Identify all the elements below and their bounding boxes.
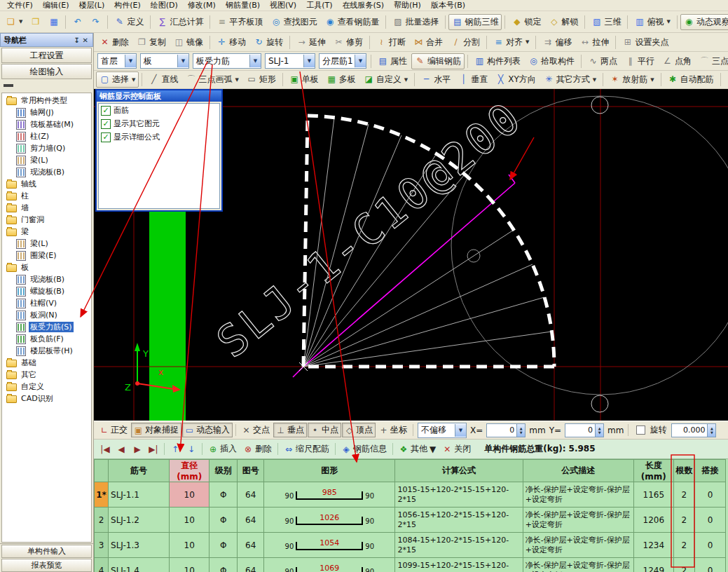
insert-row-button[interactable]: ⊕插入 (205, 442, 240, 456)
cell-shape[interactable]: 9098590 (264, 482, 395, 508)
stretch-button[interactable]: ↔拉伸 (576, 34, 612, 50)
pin-icon[interactable]: ↧ (72, 36, 81, 44)
properties-button[interactable]: ▤属性 (374, 53, 411, 69)
rebar-category-combo[interactable]: 板受力筋▼ (193, 53, 261, 69)
auto-rebar-button[interactable]: ✱自动配筋 (664, 72, 717, 88)
rotate-toggle[interactable]: 旋转 (631, 423, 669, 437)
cell-shape[interactable]: 90102690 (264, 508, 395, 533)
cell-diameter[interactable]: 10 (170, 558, 210, 572)
tree-item-floor-slab-band[interactable]: 楼层板带(H) (2, 345, 91, 357)
extend-button[interactable]: →延伸 (293, 34, 329, 50)
cell-formula-desc[interactable]: 净长-保护层+设定弯折-保护层+设定弯折 (523, 558, 633, 572)
batch-select-button[interactable]: ▨批量选择 (389, 14, 442, 30)
snap-midpoint-button[interactable]: •中点 (308, 423, 341, 437)
view-rebar-amount-button[interactable]: ◉查看钢筋量 (321, 14, 383, 30)
menu-help[interactable]: 帮助(H) (390, 0, 425, 11)
element-type-combo[interactable]: 板▼ (140, 53, 189, 69)
cell-lap[interactable]: 0 (694, 508, 725, 533)
move-row-up-button[interactable]: ↑ (167, 443, 183, 456)
tree-item-door-window-openings[interactable]: 门窗洞 (2, 214, 91, 226)
tree-item-cast-slab[interactable]: 现浇板(B) (2, 166, 91, 178)
x-input-spinner-icon[interactable]: ▲▼ (516, 424, 525, 437)
tree-item-custom-folder[interactable]: 自定义 (2, 381, 91, 393)
pick-element-button[interactable]: ◎拾取构件 (525, 53, 578, 69)
delete-row-button[interactable]: ⊗删除 (240, 442, 275, 456)
offset-mode-combo-dropdown-icon[interactable]: ▼ (455, 424, 466, 437)
tree-item-axis-lines[interactable]: 轴线 (2, 178, 91, 190)
rebar-display-panel-titlebar[interactable]: 钢筋显示控制面板 (97, 90, 221, 102)
checkbox-icon[interactable]: ✓ (101, 132, 111, 142)
tree-item-beams-folder[interactable]: 梁 (2, 226, 91, 238)
cell-diameter[interactable]: 10 (170, 482, 210, 508)
menu-draw[interactable]: 绘图(D) (146, 0, 182, 11)
radial-rebar-button[interactable]: ✶放射筋▼ (606, 72, 657, 88)
cell-grade[interactable]: Φ (210, 508, 238, 533)
project-settings-button[interactable]: 工程设置 (1, 48, 92, 63)
rectangle-button[interactable]: ▭矩形 (243, 72, 280, 88)
orbit-button[interactable]: ◉动态观察 (680, 14, 728, 30)
tree-item-cast-slab-item[interactable]: 现浇板(B) (2, 273, 91, 285)
offset-button[interactable]: ⇉偏移 (539, 34, 575, 50)
vertical-button[interactable]: │垂直 (455, 72, 491, 88)
multi-slab-button[interactable]: ▦多板 (323, 72, 359, 88)
floor-combo-dropdown-icon[interactable]: ▼ (125, 55, 136, 67)
cell-formula[interactable]: 1084-15+120-2*15-15+120-2*15 (395, 533, 523, 558)
tree-item-slabs-folder[interactable]: 板 (2, 261, 91, 273)
snap-perpendicular-button[interactable]: ⊥垂点 (273, 423, 307, 437)
cell-rownum[interactable]: 1* (95, 482, 109, 508)
cell-figure-no[interactable]: 64 (238, 508, 264, 533)
rotate-input[interactable]: 0.000▲▼ (671, 423, 716, 437)
parallel-button[interactable]: ∥平行 (621, 53, 658, 69)
cell-lap[interactable]: 0 (694, 482, 725, 508)
snap-vertex-button[interactable]: ◇顶点 (342, 423, 376, 437)
cell-lap[interactable]: 0 (694, 533, 725, 558)
menu-floor[interactable]: 楼层(L) (74, 0, 109, 11)
cell-length[interactable]: 1249 (633, 558, 673, 572)
cell-rebar-id[interactable]: SLJ-1.4 (109, 558, 170, 572)
y-input[interactable]: 0▲▼ (565, 423, 604, 437)
cell-rownum[interactable]: 2 (95, 508, 109, 533)
tree-item-spiral-slab[interactable]: 螺旋板(B) (2, 285, 91, 297)
tree-item-shear-wall[interactable]: 剪力墙(Q) (2, 142, 91, 154)
tree-item-column[interactable]: 柱(Z) (2, 130, 91, 142)
cell-formula-desc[interactable]: 净长-保护层+设定弯折-保护层+设定弯折 (523, 533, 633, 558)
align-slab-top-button[interactable]: ≡平齐板顶 (213, 14, 266, 30)
mirror-button[interactable]: ◫镜像 (170, 34, 207, 50)
tree-item-ring-beam[interactable]: 圈梁(E) (2, 250, 91, 261)
cell-length[interactable]: 1165 (633, 482, 673, 508)
break-button[interactable]: ≀打断 (373, 34, 409, 50)
drawing-input-button[interactable]: 绘图输入 (1, 64, 92, 79)
other-method-button[interactable]: ✳其它方式▼ (540, 72, 600, 88)
cell-grade[interactable]: Φ (210, 558, 238, 572)
three-point-arc-button[interactable]: ⌒三点画弧▼ (182, 72, 242, 88)
tree-item-cad-recognition[interactable]: CAD识别 (2, 393, 91, 404)
set-grips-button[interactable]: ⊞设置夹点 (619, 34, 672, 50)
tree-item-slab-hole[interactable]: 板洞(N) (2, 309, 91, 321)
merge-button[interactable]: ⋈合并 (410, 34, 446, 50)
menu-element[interactable]: 构件(E) (110, 0, 145, 11)
offset-mode-combo[interactable]: 不偏移▼ (418, 423, 467, 438)
tree-item-axis-grid[interactable]: 轴网(J) (2, 107, 91, 118)
point-angle-button[interactable]: ∠点角 (659, 53, 695, 69)
single-slab-button[interactable]: ▣单板 (286, 72, 322, 88)
cell-figure-no[interactable]: 64 (238, 533, 264, 558)
cell-rebar-id[interactable]: SLJ-1.1 (109, 482, 170, 508)
tree-item-walls-folder[interactable]: 墙 (2, 202, 91, 214)
cell-formula[interactable]: 1099-15+120-2*15-15+120-2*15 (395, 558, 523, 572)
display-option-row[interactable]: ✓显示详细公式 (99, 130, 219, 144)
two-points-button[interactable]: ∿两点 (584, 53, 621, 69)
rotate-toggle-checkbox[interactable] (636, 425, 645, 435)
cell-figure-no[interactable]: 64 (238, 482, 264, 508)
menu-edit[interactable]: 编辑(E) (39, 0, 74, 11)
tree-item-slab-negative-rebar[interactable]: 板负筋(F) (2, 333, 91, 345)
next-row-button[interactable]: ▶ (130, 443, 145, 456)
xy-direction-button[interactable]: ╳XY方向 (492, 72, 540, 88)
view-3d-button[interactable]: ▧三维 (588, 14, 624, 30)
report-preview-button[interactable]: 报表预览 (1, 559, 92, 572)
floor-combo[interactable]: 首层▼ (97, 53, 137, 69)
line-button[interactable]: ╱直线 (145, 72, 181, 88)
checkbox-icon[interactable]: ✓ (101, 119, 111, 129)
table-row[interactable]: 2SLJ-1.210Φ64901026901056-15+120-2*15-15… (95, 508, 726, 533)
horizontal-button[interactable]: ─水平 (418, 72, 454, 88)
cell-formula-desc[interactable]: 净长-保护层+设定弯折-保护层+设定弯折 (523, 508, 633, 533)
